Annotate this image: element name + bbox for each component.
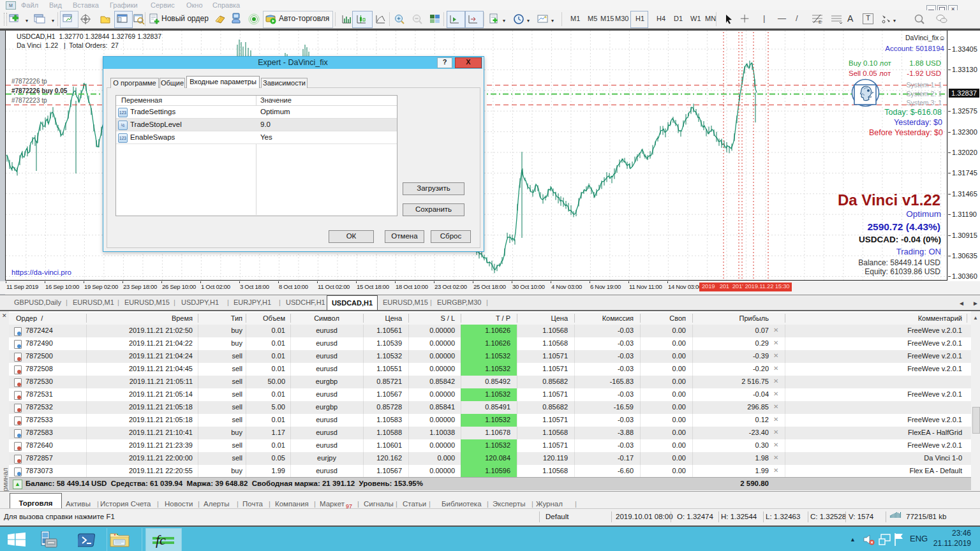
svg-text:fc: fc [156,532,166,548]
svg-text:E: E [819,20,822,24]
